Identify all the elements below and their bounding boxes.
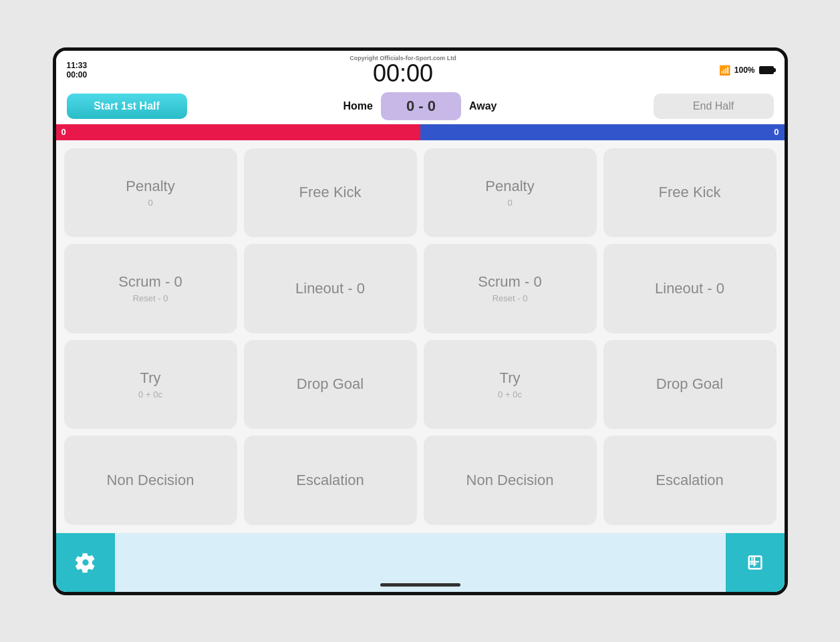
non-decision-away-label: Non Decision <box>466 472 554 489</box>
scrum-away-label: Scrum - 0 <box>478 273 541 291</box>
battery-percent: 100% <box>734 65 755 75</box>
free-kick-home-button[interactable]: Free Kick <box>244 148 417 238</box>
end-half-button[interactable]: End Half <box>654 94 774 119</box>
status-right: 📶 100% <box>719 65 774 75</box>
try-away-button[interactable]: Try 0 + 0c <box>424 340 597 430</box>
drop-goal-home-label: Drop Goal <box>297 375 364 393</box>
try-home-button[interactable]: Try 0 + 0c <box>64 340 237 430</box>
non-decision-home-button[interactable]: Non Decision <box>64 436 237 525</box>
penalty-home-sub: 0 <box>148 198 152 208</box>
try-away-sub: 0 + 0c <box>498 389 522 399</box>
scrum-away-button[interactable]: Scrum - 0 Reset - 0 <box>424 244 597 333</box>
penalty-home-button[interactable]: Penalty 0 <box>64 148 237 238</box>
lineout-away-label: Lineout - 0 <box>655 280 724 297</box>
home-label: Home <box>343 100 373 112</box>
escalation-home-label: Escalation <box>296 472 364 489</box>
non-decision-home-label: Non Decision <box>107 472 194 489</box>
penalty-home-label: Penalty <box>126 178 174 195</box>
settings-button[interactable] <box>56 533 115 592</box>
lineout-home-label: Lineout - 0 <box>295 280 365 297</box>
scrum-home-button[interactable]: Scrum - 0 Reset - 0 <box>64 244 237 333</box>
try-home-sub: 0 + 0c <box>138 389 162 399</box>
free-kick-home-label: Free Kick <box>299 184 362 201</box>
escalation-away-button[interactable]: Escalation <box>603 436 777 525</box>
home-score: 0 <box>61 127 66 137</box>
status-center: Copyright Officials-for-Sport.com Ltd 00… <box>349 55 456 86</box>
penalty-away-sub: 0 <box>507 198 512 208</box>
escalation-home-button[interactable]: Escalation <box>244 436 417 525</box>
score-display[interactable]: 0 - 0 <box>381 92 461 120</box>
free-kick-away-label: Free Kick <box>659 184 721 201</box>
score-area: Home 0 - 0 Away <box>343 92 497 120</box>
try-away-label: Try <box>500 369 521 387</box>
penalty-away-button[interactable]: Penalty 0 <box>424 148 597 238</box>
drop-goal-away-label: Drop Goal <box>656 375 723 393</box>
scrum-home-label: Scrum - 0 <box>118 273 182 291</box>
status-left: 11:33 00:00 <box>67 61 88 79</box>
progress-bar: 0 0 <box>56 124 785 140</box>
wifi-icon: 📶 <box>719 65 730 75</box>
penalty-away-label: Penalty <box>485 178 534 195</box>
lineout-home-button[interactable]: Lineout - 0 <box>244 244 417 333</box>
away-score: 0 <box>774 127 779 137</box>
lineout-away-button[interactable]: Lineout - 0 <box>603 244 777 333</box>
away-label: Away <box>469 100 497 112</box>
battery-icon <box>759 66 774 74</box>
notes-button[interactable] <box>726 533 785 592</box>
status-time: 11:33 <box>67 61 88 70</box>
drop-goal-home-button[interactable]: Drop Goal <box>244 340 417 430</box>
escalation-away-label: Escalation <box>656 472 724 489</box>
status-timer-small: 00:00 <box>67 70 88 79</box>
free-kick-away-button[interactable]: Free Kick <box>603 148 777 238</box>
notes-icon <box>746 553 764 572</box>
action-grid: Penalty 0 Free Kick Penalty 0 Free Kick … <box>56 140 785 533</box>
status-bar: 11:33 00:00 Copyright Officials-for-Spor… <box>56 51 785 88</box>
start-button[interactable]: Start 1st Half <box>67 94 187 119</box>
try-home-label: Try <box>140 369 161 387</box>
control-bar: Start 1st Half Home 0 - 0 Away End Half <box>56 88 785 124</box>
progress-away: 0 <box>420 124 785 140</box>
gear-icon <box>75 552 96 573</box>
progress-home: 0 <box>56 124 420 140</box>
scrum-away-sub: Reset - 0 <box>493 293 528 303</box>
device-frame: 11:33 00:00 Copyright Officials-for-Spor… <box>53 47 788 595</box>
main-timer: 00:00 <box>373 61 433 86</box>
home-indicator <box>380 583 460 587</box>
scrum-home-sub: Reset - 0 <box>133 293 168 303</box>
bottom-bar <box>56 533 785 592</box>
drop-goal-away-button[interactable]: Drop Goal <box>603 340 777 430</box>
non-decision-away-button[interactable]: Non Decision <box>424 436 597 525</box>
